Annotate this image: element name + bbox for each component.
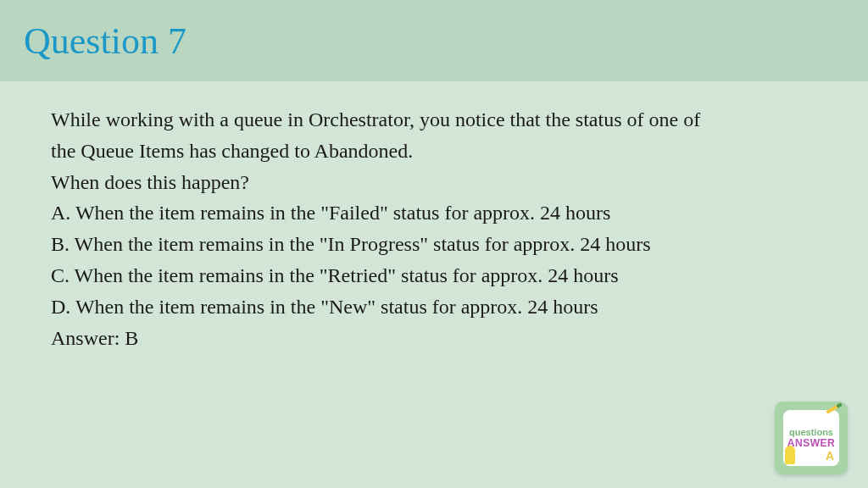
question-content: While working with a queue in Orchestrat… <box>0 81 868 378</box>
question-prompt: When does this happen? <box>51 168 817 197</box>
question-title: Question 7 <box>24 19 186 63</box>
option-d: D. When the item remains in the "New" st… <box>51 292 817 322</box>
badge-answer-label: ANSWER <box>787 437 835 449</box>
qa-badge: questions ANSWER A <box>775 402 848 474</box>
mascot-icon <box>785 446 795 464</box>
badge-letter: A <box>826 449 834 463</box>
badge-questions-label: questions <box>789 427 833 437</box>
pencil-icon <box>826 402 842 413</box>
option-a: A. When the item remains in the "Failed"… <box>51 198 817 228</box>
option-c: C. When the item remains in the "Retried… <box>51 261 817 291</box>
question-intro-line1: While working with a queue in Orchestrat… <box>51 105 817 135</box>
option-b: B. When the item remains in the "In Prog… <box>51 230 817 259</box>
badge-card: questions ANSWER A <box>783 410 839 466</box>
question-intro-line2: the Queue Items has changed to Abandoned… <box>51 136 817 166</box>
answer-line: Answer: B <box>51 324 817 353</box>
slide-header: Question 7 <box>0 0 868 81</box>
